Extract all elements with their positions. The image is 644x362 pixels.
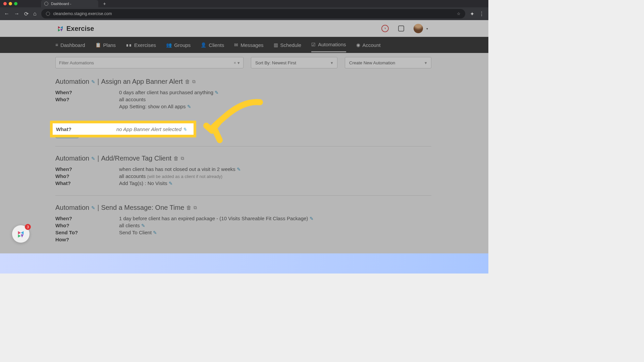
pencil-icon[interactable]: ✎	[153, 230, 157, 235]
label-sendto: Send To?	[55, 230, 119, 235]
pencil-icon[interactable]: ✎	[91, 156, 95, 161]
pencil-icon[interactable]: ✎	[310, 216, 314, 221]
nav-exercises[interactable]: ∎∎Exercises	[126, 38, 156, 52]
logo-icon	[17, 230, 25, 238]
nav-plans[interactable]: 📋Plans	[95, 38, 116, 52]
trash-icon[interactable]: 🗑	[186, 205, 192, 211]
browser-toolbar: ← → ⟳ ⌂ cleandemo.staging.exercise.com ☆…	[0, 7, 488, 20]
menu-icon[interactable]: ⋮	[479, 11, 484, 17]
chevron-down-icon[interactable]: ▾	[237, 60, 240, 65]
pencil-icon[interactable]: ✎	[169, 181, 173, 186]
nav-clients[interactable]: 👤Clients	[201, 38, 224, 52]
create-label: Create New Automation	[349, 60, 395, 65]
chevron-down-icon: ▾	[331, 60, 333, 65]
check-icon: ☑	[311, 42, 316, 47]
users-icon: 👥	[166, 42, 172, 48]
card-title: Automation ✎ | Add/Remove Tag Client 🗑 ⧉	[55, 155, 431, 162]
maximize-window-icon[interactable]	[14, 2, 17, 5]
highlight-callout: What? no App Banner Alert selected ✎	[50, 121, 196, 137]
sort-label: Sort By: Newest First	[255, 60, 296, 65]
tab-title: Dashboard -	[51, 2, 71, 6]
header-right: ▾	[381, 24, 428, 33]
globe-icon	[44, 2, 48, 6]
account-icon: ◉	[356, 42, 360, 48]
address-bar[interactable]: cleandemo.staging.exercise.com ☆	[41, 9, 465, 18]
browser-tab-bar: Dashboard - +	[0, 0, 488, 7]
pencil-icon[interactable]: ✎	[183, 127, 187, 132]
label-what: What?	[55, 180, 119, 186]
label-who: Who?	[55, 223, 119, 228]
nav-messages[interactable]: ✉Messages	[234, 38, 263, 52]
window-controls	[3, 2, 17, 5]
nav-groups[interactable]: 👥Groups	[166, 38, 191, 52]
create-automation-select[interactable]: Create New Automation ▾	[345, 57, 431, 68]
task-icon[interactable]	[398, 25, 404, 32]
label-how: How?	[55, 237, 119, 242]
copy-icon[interactable]: ⧉	[192, 79, 196, 84]
nav-dashboard[interactable]: ≡Dashboard	[55, 38, 85, 52]
label-when: When?	[55, 216, 119, 221]
nav-automations[interactable]: ☑Automations	[311, 38, 346, 52]
automation-card: Automation ✎ | Send a Message: One Time …	[55, 204, 431, 252]
filter-input[interactable]: Filter Automations × ▾	[55, 57, 244, 68]
clock-icon[interactable]	[381, 25, 389, 32]
main-nav: ≡Dashboard 📋Plans ∎∎Exercises 👥Groups 👤C…	[0, 37, 488, 53]
support-widget[interactable]: 3	[12, 225, 30, 243]
sort-select[interactable]: Sort By: Newest First ▾	[251, 57, 337, 68]
book-icon: ▥	[274, 42, 278, 48]
notification-badge: 3	[25, 224, 31, 230]
pencil-icon[interactable]: ✎	[91, 79, 95, 84]
forward-icon[interactable]: →	[14, 11, 19, 17]
minimize-window-icon[interactable]	[9, 2, 12, 5]
pencil-icon[interactable]: ✎	[187, 104, 191, 109]
reload-icon[interactable]: ⟳	[24, 11, 29, 17]
back-icon[interactable]: ←	[4, 11, 9, 17]
logo-text: Exercise	[66, 25, 94, 33]
card-title: Automation ✎ | Send a Message: One Time …	[55, 204, 431, 212]
highlight-label: What?	[56, 126, 116, 132]
url-text: cleandemo.staging.exercise.com	[53, 11, 112, 16]
pencil-icon[interactable]: ✎	[237, 167, 241, 172]
filter-row: Filter Automations × ▾ Sort By: Newest F…	[55, 57, 431, 68]
label-who: Who?	[55, 173, 119, 179]
label-who: Who?	[55, 97, 119, 102]
copy-icon[interactable]: ⧉	[194, 205, 197, 210]
bottom-gradient	[0, 253, 488, 274]
bookmark-icon[interactable]: ☆	[457, 11, 461, 16]
new-tab-button[interactable]: +	[103, 1, 106, 6]
close-window-icon[interactable]	[3, 2, 7, 5]
avatar[interactable]	[414, 24, 423, 33]
envelope-icon: ✉	[234, 42, 238, 48]
clear-icon[interactable]: ×	[233, 60, 237, 65]
chevron-down-icon[interactable]: ▾	[426, 27, 428, 31]
nav-schedule[interactable]: ▥Schedule	[274, 38, 302, 52]
pencil-icon[interactable]: ✎	[215, 90, 219, 95]
content: Filter Automations × ▾ Sort By: Newest F…	[0, 53, 488, 266]
extensions-icon[interactable]: ✦	[470, 11, 474, 17]
pencil-icon[interactable]: ✎	[91, 205, 95, 210]
copy-icon[interactable]: ⧉	[181, 156, 184, 161]
logo-icon	[57, 25, 64, 32]
browser-tab[interactable]: Dashboard -	[41, 0, 98, 7]
sliders-icon: ∎∎	[126, 42, 132, 48]
label-when: When?	[55, 166, 119, 172]
chevron-down-icon: ▾	[425, 60, 427, 65]
trash-icon[interactable]: 🗑	[173, 156, 179, 162]
trash-icon[interactable]: 🗑	[185, 79, 190, 85]
annotation-arrow	[201, 97, 268, 145]
clipboard-icon: 📋	[95, 42, 101, 48]
automation-card: Automation ✎ | Add/Remove Tag Client 🗑 ⧉…	[55, 155, 431, 196]
nav-account[interactable]: ◉Account	[356, 38, 381, 52]
app-header: Exercise ▾	[0, 20, 488, 37]
label-when: When?	[55, 89, 119, 95]
pencil-icon[interactable]: ✎	[141, 223, 145, 228]
list-icon: ≡	[55, 42, 58, 48]
home-icon[interactable]: ⌂	[33, 11, 37, 17]
card-title: Automation ✎ | Assign an App Banner Aler…	[55, 78, 431, 85]
filter-placeholder: Filter Automations	[59, 60, 94, 65]
user-icon: 👤	[201, 42, 206, 48]
site-info-icon	[46, 12, 50, 16]
